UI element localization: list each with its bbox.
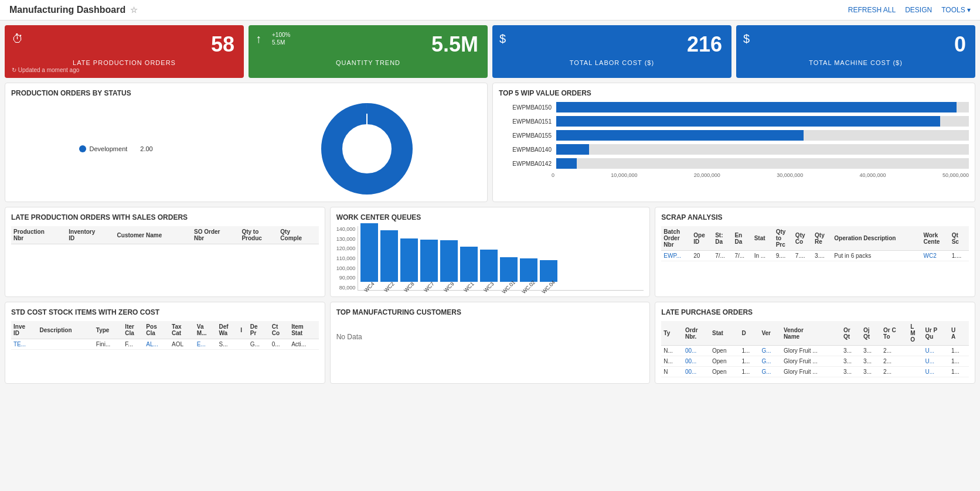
design-button[interactable]: DESIGN [905,6,932,14]
lpo-cell-or-0: 3... [841,346,861,356]
kpi-quantity-trend[interactable]: ↑ +100%5.5M 5.5M QUANTITY TREND [249,25,488,78]
lpo-cell-ty-1: N... [661,356,683,367]
std-col-va-m: VaM... [195,321,217,339]
scrap-cell-qty-co: 7.... [793,251,812,261]
wip-bar-label-4: EWPMBA0142 [499,161,552,167]
dollar-icon-labor: $ [499,32,506,46]
col-qty-produc: Qty toProduc [239,226,278,244]
kpi-row: ⏱ 58 LATE PRODUCTION ORDERS ↻ Updated a … [5,25,975,78]
std-col-iter-cla: IterCla [122,321,144,339]
wip-bar-track-0 [556,102,969,112]
lpo-col-or-c-to: Or CTo [881,321,908,346]
wc-bar-wc1 [460,247,478,282]
col-customer-name: Customer Name [115,226,192,244]
work-center-chart-container: 140,000 130,000 120,000 110,000 100,000 … [336,226,644,291]
lpo-cell-ord-1: 00... [683,356,710,367]
lpo-col-d: D [739,321,759,346]
kpi-late-production-orders[interactable]: ⏱ 58 LATE PRODUCTION ORDERS ↻ Updated a … [5,25,244,78]
production-orders-status-title: PRODUCTION ORDERS BY STATUS [11,89,481,97]
wip-bar-row-2: EWPMBA0155 [499,130,969,141]
scrap-col-qty-co: QtyCo [793,226,812,251]
late-purchase-orders-body: N... 00... Open 1... G... Glory Fruit ..… [661,346,969,377]
wc-bar-col-wc04: WC.04 [540,260,557,290]
no-data-label: No Data [336,321,644,353]
table-row: TE... Fini... F... AL... AOL E... S... G… [11,339,319,350]
wip-bar-fill-1 [556,116,940,127]
wc-bar-label-wc2: WC2 [383,281,396,293]
dollar-icon-machine: $ [743,32,750,46]
wc-bar-wc2 [380,230,398,282]
lpo-cell-orc-1: 2... [881,356,908,367]
page-title: Manufacturing Dashboard [9,5,125,15]
scrap-cell-qty-proc: 9.... [774,251,793,261]
scrap-cell-en: 7/... [732,251,751,261]
lpo-cell-ty-2: N [661,367,683,377]
scrap-cell-batch: EWP... [661,251,691,261]
lpo-cell-ord-0: 00... [683,346,710,356]
std-cell-tax: AOL [169,339,195,350]
clock-icon: ⏱ [12,32,23,46]
wip-bar-row-3: EWPMBA0140 [499,144,969,155]
table-row: N 00... Open 1... G... Glory Fruit ... 3… [661,367,969,377]
wc-bar-label-wc1: WC1 [463,281,475,293]
lpo-cell-u1-2: 1... [949,367,969,377]
lpo-cell-stat-1: Open [710,356,739,367]
wc-bar-col-wc02: WC.02 [520,258,537,290]
lpo-cell-vendor-0: Glory Fruit ... [781,346,841,356]
lpo-cell-u1-0: 1... [949,346,969,356]
lpo-cell-or-2: 3... [841,367,861,377]
work-center-bars: WC4 WC2 WC8 WC7 [358,226,644,291]
wc-bar-wc01 [500,257,518,282]
table-row: N... 00... Open 1... G... Glory Fruit ..… [661,356,969,367]
wip-bar-row-1: EWPMBA0151 [499,116,969,127]
col-production-nbr: ProductionNbr [11,226,66,244]
total-labor-cost-value: 216 [502,32,722,57]
wip-bar-label-3: EWPMBA0140 [499,146,552,153]
wc-bar-label-wc8: WC8 [403,281,416,293]
legend-value-development: 2.00 [140,145,152,152]
lpo-cell-oj-2: 3... [861,367,881,377]
wc-bar-label-wc4: WC4 [363,281,376,293]
wip-bar-fill-4 [556,158,577,169]
wc-bar-wc02 [520,258,537,282]
lpo-col-vendor-name: VendorName [781,321,841,346]
col-qty-comple: QtyComple [278,226,318,244]
scrap-col-qty-re: QtyRe [812,226,832,251]
scrap-analysis-section: SCRAP ANALYSIS BatchOrderNbr OpeID St:Da… [655,207,975,297]
std-cell-def: S... [217,339,239,350]
tools-button[interactable]: TOOLS ▾ [941,6,971,14]
legend-label-development: Development [90,145,128,152]
scrap-col-batch: BatchOrderNbr [661,226,691,251]
scrap-col-qty-sc: QtSc [950,226,969,251]
lpo-col-ver: Ver [759,321,781,346]
header: Manufacturing Dashboard ☆ REFRESH ALL DE… [0,0,980,21]
wc-bar-label-wc7: WC7 [423,281,435,293]
kpi-total-labor-cost[interactable]: $ 216 TOTAL LABOR COST ($) [492,25,731,78]
page-title-area: Manufacturing Dashboard ☆ [9,5,138,15]
legend-development: Development 2.00 [79,145,185,152]
lpo-cell-or-1: 3... [841,356,861,367]
trend-percent: +100%5.5M [272,31,290,46]
kpi-updated-time: ↻ Updated a moment ago [12,67,79,73]
late-purchase-orders-section: LATE PURCHASE ORDERS Ty OrdrNbr. Stat D … [655,302,975,384]
std-col-pos-cla: PosCla [144,321,169,339]
lpo-cell-ver-1: G... [759,356,781,367]
lpo-cell-ur-0: U... [923,346,949,356]
std-cell-va: E... [195,339,217,350]
std-cell-iter: F... [122,339,144,350]
refresh-all-button[interactable]: REFRESH ALL [848,6,896,14]
wc-bar-col-wc01: WC.01 [500,257,518,290]
favorite-icon[interactable]: ☆ [130,5,138,15]
std-col-i: I [238,321,247,339]
header-actions: REFRESH ALL DESIGN TOOLS ▾ [848,6,971,14]
table-row: EWP... 20 7/... 7/... In ... 9.... 7....… [661,251,969,261]
std-col-type: Type [94,321,123,339]
late-production-orders-label: LATE PRODUCTION ORDERS [14,59,234,66]
wip-bar-track-4 [556,158,969,169]
kpi-total-machine-cost[interactable]: $ 0 TOTAL MACHINE COST ($) [736,25,975,78]
scrap-analysis-body: EWP... 20 7/... 7/... In ... 9.... 7....… [661,251,969,261]
lpo-col-or-qt: OrQt [841,321,861,346]
lpo-cell-l-0 [908,346,923,356]
wc-bar-col-wc4: WC4 [360,223,378,290]
top-manufacturing-customers-section: TOP MANUFACTURING CUSTOMERS No Data [330,302,651,384]
